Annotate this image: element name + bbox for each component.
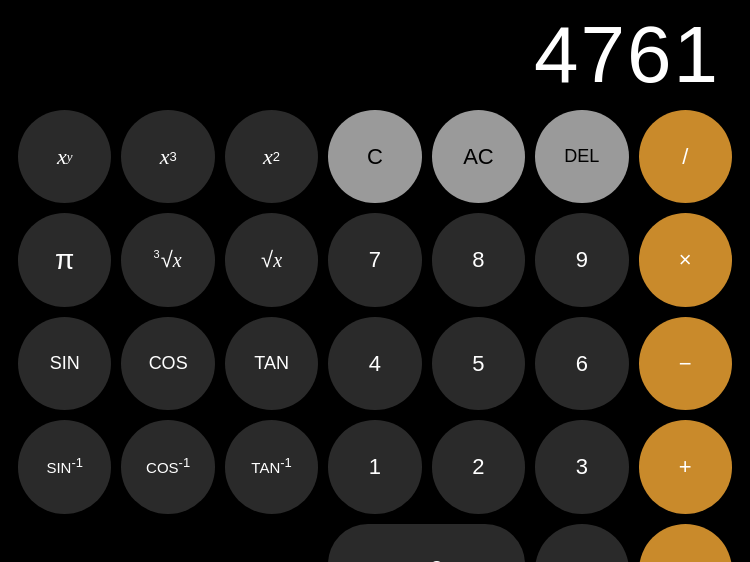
x-squared-button[interactable]: x2 (225, 110, 318, 203)
dot-button[interactable]: . (535, 524, 628, 562)
tan-button[interactable]: TAN (225, 317, 318, 410)
divide-button[interactable]: / (639, 110, 732, 203)
x-cubed-button[interactable]: x3 (121, 110, 214, 203)
cos-inv-button[interactable]: COS-1 (121, 420, 214, 513)
cube-root-button[interactable]: 3√x (121, 213, 214, 306)
seven-button[interactable]: 7 (328, 213, 421, 306)
cos-button[interactable]: COS (121, 317, 214, 410)
subtract-button[interactable]: − (639, 317, 732, 410)
eight-button[interactable]: 8 (432, 213, 525, 306)
empty-spacer (18, 524, 318, 562)
multiply-button[interactable]: × (639, 213, 732, 306)
one-button[interactable]: 1 (328, 420, 421, 513)
pi-button[interactable]: π (18, 213, 111, 306)
five-button[interactable]: 5 (432, 317, 525, 410)
sin-button[interactable]: SIN (18, 317, 111, 410)
display: 4761 (0, 0, 750, 110)
display-value: 4761 (534, 9, 720, 101)
sin-inv-button[interactable]: SIN-1 (18, 420, 111, 513)
all-clear-button[interactable]: AC (432, 110, 525, 203)
zero-button[interactable]: 0 (328, 524, 525, 562)
six-button[interactable]: 6 (535, 317, 628, 410)
add-button[interactable]: + (639, 420, 732, 513)
tan-inv-button[interactable]: TAN-1 (225, 420, 318, 513)
two-button[interactable]: 2 (432, 420, 525, 513)
equals-button[interactable]: = (639, 524, 732, 562)
clear-button[interactable]: C (328, 110, 421, 203)
xy-button[interactable]: xy (18, 110, 111, 203)
nine-button[interactable]: 9 (535, 213, 628, 306)
delete-button[interactable]: DEL (535, 110, 628, 203)
keypad: xy x3 x2 C AC DEL / π 3√x √x 7 8 9 × (0, 110, 750, 562)
square-root-button[interactable]: √x (225, 213, 318, 306)
four-button[interactable]: 4 (328, 317, 421, 410)
three-button[interactable]: 3 (535, 420, 628, 513)
